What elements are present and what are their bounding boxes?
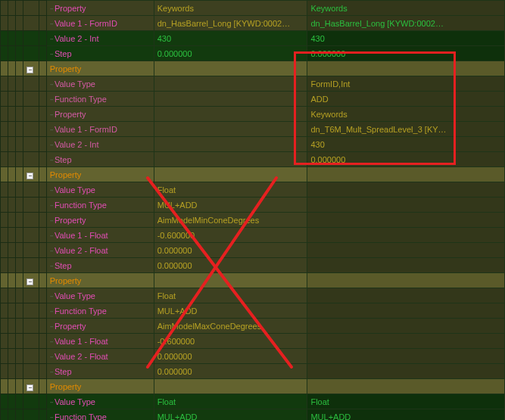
field-label[interactable]: Value Type	[46, 288, 154, 303]
field-label[interactable]: Function Type	[46, 198, 154, 213]
value-col-2[interactable]	[307, 303, 505, 319]
field-label[interactable]: Step	[46, 152, 154, 167]
value-col-1[interactable]	[154, 76, 307, 92]
property-header-label[interactable]: Property	[46, 167, 154, 182]
value-col-1[interactable]: MUL+ADD	[154, 303, 307, 319]
value-col-2[interactable]	[307, 364, 505, 379]
field-label[interactable]: Value 1 - Float	[46, 334, 154, 349]
collapse-icon[interactable]: −	[26, 173, 33, 179]
value-col-2[interactable]	[307, 334, 505, 349]
value-col-1[interactable]	[154, 152, 307, 167]
table-row[interactable]: PropertyAimModelMaxConeDegrees	[1, 319, 505, 334]
value-col-2[interactable]: Keywords	[307, 1, 505, 16]
value-col-1[interactable]: 0.000000	[154, 364, 307, 379]
property-header-col2[interactable]	[307, 61, 505, 76]
table-row[interactable]: Value TypeFloat	[1, 182, 505, 198]
table-row[interactable]: Value TypeFloatFloat	[1, 394, 505, 409]
table-row[interactable]: Value 2 - Float0.000000	[1, 349, 505, 364]
field-label[interactable]: Value Type	[46, 76, 154, 92]
field-label[interactable]: Value Type	[46, 394, 154, 409]
table-row[interactable]: Step0.000000	[1, 364, 505, 379]
value-col-1[interactable]: dn_HasBarrel_Long [KYWD:0002…	[154, 16, 307, 31]
value-col-1[interactable]: Keywords	[154, 1, 307, 16]
value-col-2[interactable]: 430	[307, 137, 505, 152]
field-label[interactable]: Value 1 - Float	[46, 228, 154, 243]
value-col-1[interactable]: AimModelMaxConeDegrees	[154, 319, 307, 334]
value-col-2[interactable]	[307, 258, 505, 273]
value-col-1[interactable]: -0.600000	[154, 228, 307, 243]
field-label[interactable]: Step	[46, 258, 154, 273]
property-header-col2[interactable]	[307, 273, 505, 288]
field-label[interactable]: Value 1 - FormID	[46, 122, 154, 137]
field-label[interactable]: Value 1 - FormID	[46, 16, 154, 31]
property-header-col1[interactable]	[154, 61, 307, 76]
table-row[interactable]: Value 1 - FormIDdn_HasBarrel_Long [KYWD:…	[1, 16, 505, 31]
property-header-col2[interactable]	[307, 167, 505, 182]
value-col-1[interactable]: 0.000000	[154, 46, 307, 61]
table-row[interactable]: Value 1 - Float-0.600000	[1, 334, 505, 349]
value-col-1[interactable]: MUL+ADD	[154, 198, 307, 213]
property-header-col1[interactable]	[154, 167, 307, 182]
field-label[interactable]: Function Type	[46, 409, 154, 421]
field-label[interactable]: Property	[46, 107, 154, 122]
field-label[interactable]: Property	[46, 213, 154, 228]
table-row[interactable]: Step0.000000	[1, 152, 505, 167]
field-label[interactable]: Value 2 - Int	[46, 137, 154, 152]
value-col-1[interactable]: Float	[154, 288, 307, 303]
value-col-2[interactable]: Keywords	[307, 107, 505, 122]
value-col-1[interactable]: Float	[154, 182, 307, 198]
value-col-2[interactable]: FormID,Int	[307, 76, 505, 92]
property-header-label[interactable]: Property	[46, 273, 154, 288]
value-col-2[interactable]	[307, 319, 505, 334]
value-col-1[interactable]: 430	[154, 31, 307, 46]
value-col-1[interactable]: 0.000000	[154, 258, 307, 273]
field-label[interactable]: Step	[46, 46, 154, 61]
value-col-1[interactable]: MUL+ADD	[154, 409, 307, 421]
table-row[interactable]: Function TypeMUL+ADD	[1, 303, 505, 319]
table-row[interactable]: Value 2 - Float0.000000	[1, 243, 505, 258]
value-col-2[interactable]: 430	[307, 31, 505, 46]
value-col-1[interactable]: AimModelMinConeDegrees	[154, 213, 307, 228]
table-row[interactable]: Value 2 - Int430	[1, 137, 505, 152]
property-header-col2[interactable]	[307, 379, 505, 394]
property-header-col1[interactable]	[154, 379, 307, 394]
value-col-2[interactable]: 0.000000	[307, 46, 505, 61]
collapse-icon[interactable]: −	[26, 67, 33, 73]
value-col-1[interactable]: -0.600000	[154, 334, 307, 349]
collapse-icon[interactable]: −	[26, 384, 33, 391]
table-row[interactable]: PropertyKeywords	[1, 107, 505, 122]
field-label[interactable]: Value 2 - Float	[46, 349, 154, 364]
field-label[interactable]: Value Type	[46, 182, 154, 198]
value-col-1[interactable]	[154, 107, 307, 122]
value-col-2[interactable]	[307, 228, 505, 243]
table-row[interactable]: Value 1 - Float-0.600000	[1, 228, 505, 243]
value-col-1[interactable]	[154, 122, 307, 137]
field-label[interactable]: Value 2 - Float	[46, 243, 154, 258]
value-col-2[interactable]: dn_T6M_Mult_SpreadLevel_3 [KY…	[307, 122, 505, 137]
table-row[interactable]: Function TypeADD	[1, 92, 505, 107]
value-col-2[interactable]: Float	[307, 394, 505, 409]
value-col-2[interactable]: 0.000000	[307, 152, 505, 167]
value-col-2[interactable]	[307, 198, 505, 213]
value-col-1[interactable]	[154, 92, 307, 107]
value-col-2[interactable]	[307, 288, 505, 303]
table-row[interactable]: Step0.0000000.000000	[1, 46, 505, 61]
value-col-1[interactable]: 0.000000	[154, 243, 307, 258]
collapse-icon[interactable]: −	[26, 278, 33, 285]
table-row[interactable]: Step0.000000	[1, 258, 505, 273]
value-col-2[interactable]: MUL+ADD	[307, 409, 505, 421]
field-label[interactable]: Function Type	[46, 92, 154, 107]
value-col-2[interactable]	[307, 349, 505, 364]
table-row[interactable]: Value 1 - FormIDdn_T6M_Mult_SpreadLevel_…	[1, 122, 505, 137]
value-col-2[interactable]	[307, 243, 505, 258]
value-col-1[interactable]	[154, 137, 307, 152]
value-col-2[interactable]	[307, 182, 505, 198]
value-col-1[interactable]: Float	[154, 394, 307, 409]
field-label[interactable]: Function Type	[46, 303, 154, 319]
table-row[interactable]: PropertyKeywordsKeywords	[1, 1, 505, 16]
table-row[interactable]: Value TypeFormID,Int	[1, 76, 505, 92]
property-header-col1[interactable]	[154, 273, 307, 288]
value-col-2[interactable]: ADD	[307, 92, 505, 107]
table-row[interactable]: PropertyAimModelMinConeDegrees	[1, 213, 505, 228]
table-row[interactable]: Function TypeMUL+ADDMUL+ADD	[1, 409, 505, 421]
